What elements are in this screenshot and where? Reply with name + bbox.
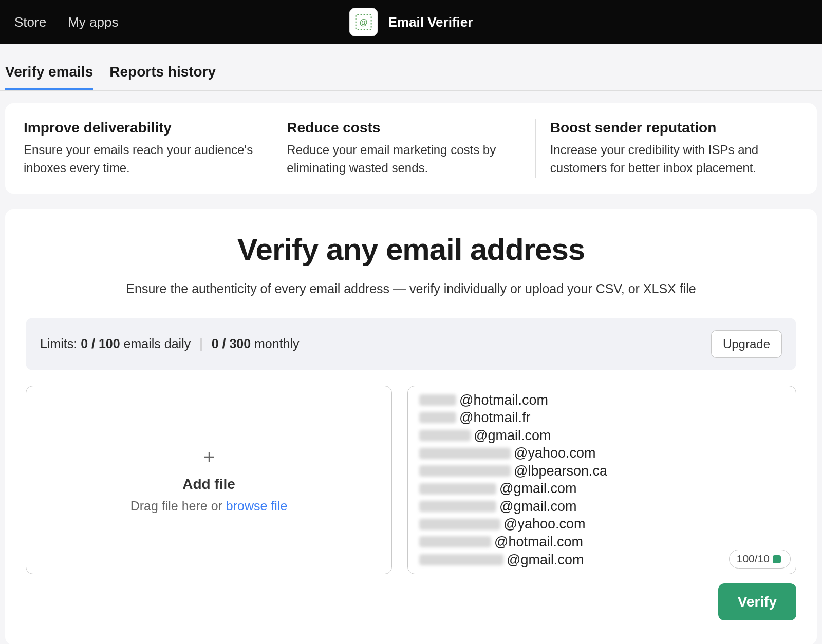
- email-domain: @yahoo.com: [503, 515, 585, 533]
- redacted-local-part: [419, 536, 491, 547]
- limits-bar: Limits: 0 / 100 emails daily | 0 / 300 m…: [26, 318, 796, 370]
- email-domain: @yahoo.com: [514, 444, 595, 462]
- nav-store[interactable]: Store: [14, 14, 46, 30]
- benefit-reduce-costs: Reduce costs Reduce your email marketing…: [272, 119, 535, 178]
- benefit-deliverability: Improve deliverability Ensure your email…: [24, 119, 272, 178]
- limits-label: Limits:: [40, 336, 77, 351]
- list-item: @hotmail.com: [419, 391, 784, 409]
- redacted-local-part: [419, 501, 496, 512]
- benefit-body: Ensure your emails reach your audience's…: [24, 141, 257, 177]
- email-domain: @gmail.com: [499, 480, 576, 498]
- add-file-label: Add file: [182, 476, 235, 493]
- drag-prefix: Drag file here or: [130, 499, 226, 513]
- redacted-local-part: [419, 448, 511, 459]
- redacted-local-part: [419, 412, 456, 423]
- page-subtitle: Ensure the authenticity of every email a…: [26, 281, 796, 296]
- email-count-pill: 100/10: [729, 550, 791, 569]
- page-title: Verify any email address: [26, 232, 796, 267]
- tab-verify-emails[interactable]: Verify emails: [5, 64, 93, 90]
- panes: ＋ Add file Drag file here or browse file…: [26, 386, 796, 574]
- email-domain: @gmail.com: [499, 498, 576, 516]
- redacted-local-part: [419, 519, 500, 530]
- limits-daily-used: 0: [81, 336, 88, 351]
- list-item: @lbpearson.ca: [419, 462, 784, 480]
- list-item: @yahoo.com: [419, 444, 784, 462]
- limits-divider: |: [199, 336, 203, 351]
- upload-dropzone[interactable]: ＋ Add file Drag file here or browse file: [26, 386, 392, 574]
- email-domain: @gmail.com: [474, 427, 551, 445]
- email-domain: @hotmail.com: [459, 391, 548, 409]
- list-item: @yahoo.com: [419, 515, 784, 533]
- redacted-local-part: [419, 394, 456, 406]
- email-domain: @lbpearson.ca: [514, 462, 607, 480]
- limits-daily-suffix: emails daily: [124, 336, 191, 351]
- benefit-title: Reduce costs: [287, 120, 520, 136]
- benefit-sender-reputation: Boost sender reputation Increase your cr…: [535, 119, 798, 178]
- plus-icon: ＋: [199, 446, 219, 466]
- top-nav: Store My apps: [14, 14, 118, 30]
- content: Improve deliverability Ensure your email…: [0, 91, 822, 644]
- limits-monthly-total: 300: [229, 336, 251, 351]
- app-title: Email Verifier: [388, 14, 473, 30]
- email-domain: @gmail.com: [507, 551, 584, 569]
- benefit-body: Increase your credibility with ISPs and …: [550, 141, 784, 177]
- limits-monthly-used: 0: [212, 336, 219, 351]
- benefits-card: Improve deliverability Ensure your email…: [5, 103, 817, 194]
- drag-text: Drag file here or browse file: [130, 499, 288, 514]
- list-item: @gmail.com: [419, 427, 784, 445]
- app-logo-icon: @: [349, 8, 378, 36]
- svg-text:@: @: [360, 18, 368, 27]
- tab-reports-history[interactable]: Reports history: [109, 64, 216, 90]
- redacted-local-part: [419, 430, 471, 441]
- limits-daily-total: 100: [99, 336, 120, 351]
- limits-text: Limits: 0 / 100 emails daily | 0 / 300 m…: [40, 336, 300, 351]
- browse-file-link[interactable]: browse file: [226, 499, 288, 513]
- redacted-local-part: [419, 483, 496, 495]
- resize-handle-icon[interactable]: [773, 555, 781, 563]
- email-count-text: 100/10: [737, 552, 770, 566]
- list-item: @hotmail.fr: [419, 409, 784, 427]
- top-bar: Store My apps @ Email Verifier: [0, 0, 822, 44]
- email-domain: @hotmail.com: [494, 533, 583, 551]
- nav-my-apps[interactable]: My apps: [68, 14, 118, 30]
- benefit-body: Reduce your email marketing costs by eli…: [287, 141, 520, 177]
- benefit-title: Boost sender reputation: [550, 120, 784, 136]
- verify-row: Verify: [26, 583, 796, 620]
- redacted-local-part: [419, 554, 503, 565]
- verify-card: Verify any email address Ensure the auth…: [5, 209, 817, 644]
- list-item: @gmail.com: [419, 498, 784, 516]
- upgrade-button[interactable]: Upgrade: [711, 330, 782, 358]
- redacted-local-part: [419, 465, 511, 477]
- benefit-title: Improve deliverability: [24, 120, 257, 136]
- emails-textarea[interactable]: @hotmail.com@hotmail.fr@gmail.com@yahoo.…: [407, 386, 796, 574]
- limits-monthly-suffix: monthly: [254, 336, 300, 351]
- tabs: Verify emails Reports history: [0, 44, 822, 91]
- email-domain: @hotmail.fr: [459, 409, 530, 427]
- list-item: @hotmail.com: [419, 533, 784, 551]
- app-title-wrap: @ Email Verifier: [349, 8, 473, 36]
- list-item: @gmail.com: [419, 480, 784, 498]
- verify-button[interactable]: Verify: [718, 583, 796, 620]
